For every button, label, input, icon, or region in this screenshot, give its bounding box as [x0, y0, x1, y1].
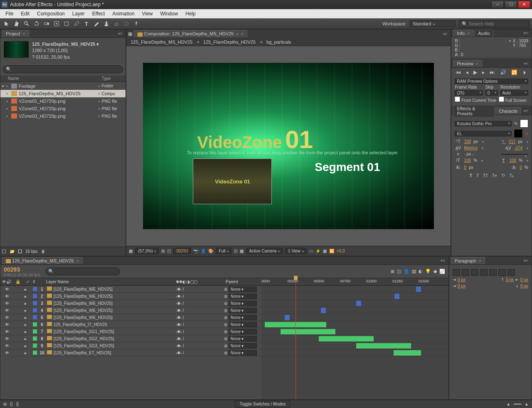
expand-transform-icon[interactable]: {} — [10, 402, 13, 406]
first-line-input[interactable]: 0 px — [458, 284, 466, 288]
panel-menu-icon[interactable]: ▾≡ — [522, 31, 530, 35]
menu-file[interactable]: File — [2, 11, 17, 17]
layer-bar[interactable] — [319, 336, 374, 341]
mask-icon[interactable]: ◫ — [167, 249, 171, 253]
workspace-select[interactable]: Standard — [410, 20, 456, 27]
leading-input[interactable]: 217 — [509, 139, 516, 144]
layer-row[interactable]: 👁▸8[125_FlareDepths_SG2_HDV25]-✱-/⊚ None… — [0, 335, 261, 342]
indent-right-input[interactable]: 0 px — [520, 277, 528, 282]
skip-select[interactable]: 0 — [485, 90, 498, 96]
justify-last-center-button[interactable] — [489, 269, 497, 276]
close-button[interactable]: ✕ — [518, 1, 530, 8]
view-select[interactable]: 1 View — [285, 248, 307, 254]
color-mgmt-icon[interactable]: 🎨 — [208, 249, 213, 253]
expand-masks-icon[interactable]: {} — [16, 402, 19, 406]
stroke-width-input[interactable]: - px - — [464, 152, 473, 156]
grid-icon[interactable]: ⊞ — [161, 249, 165, 253]
panel-menu-icon[interactable]: ▾≡ — [441, 32, 449, 36]
resolution-select[interactable]: Full — [216, 248, 232, 254]
inset-thumbnail[interactable]: VideoZone 01 — [193, 158, 272, 204]
justify-all-button[interactable] — [507, 269, 515, 276]
new-folder-icon[interactable]: 📁 — [10, 249, 15, 254]
preview-tab[interactable]: Preview× — [453, 60, 482, 67]
new-comp-icon[interactable]: 🞏 — [18, 249, 22, 254]
tracking-input[interactable]: -374 — [514, 146, 522, 150]
subscript-button[interactable]: T₁ — [510, 173, 514, 178]
anchor-tool-icon[interactable] — [52, 20, 61, 28]
layer-track[interactable] — [261, 293, 448, 300]
panel-menu-icon[interactable]: ▾≡ — [522, 109, 530, 113]
layer-row[interactable]: 👁▸1[125_FlareDepths_WE_HDV25]-✱-/⊚ None … — [0, 286, 261, 293]
project-item[interactable]: ▫VZone01_HD720p.png▫PNG file — [0, 97, 126, 105]
draft3d-icon[interactable]: ◫ — [397, 269, 401, 274]
layer-row[interactable]: 👁▸7[125_FlareDepths_SG1_HDV25]-✱-/⊚ None… — [0, 328, 261, 335]
layer-row[interactable]: 👁▸10[125_FlareDepths_ET_HDV25]-✱-/⊚ None… — [0, 349, 261, 356]
align-left-button[interactable] — [453, 269, 460, 276]
full-screen-checkbox[interactable]: Full Screen — [499, 96, 526, 103]
panel-menu-icon[interactable]: ▾≡ — [116, 31, 124, 36]
stamp-tool-icon[interactable] — [102, 20, 111, 28]
menu-edit[interactable]: Edit — [17, 11, 33, 17]
hide-shy-icon[interactable]: 👤 — [404, 269, 409, 274]
always-preview-icon[interactable]: ▦ — [129, 249, 133, 253]
info-tab[interactable]: Info× — [453, 30, 473, 37]
character-tab[interactable]: Characte — [495, 107, 522, 114]
resolution-select[interactable]: Auto — [500, 90, 528, 96]
align-center-button[interactable] — [462, 269, 469, 276]
menu-composition[interactable]: Composition — [33, 11, 69, 17]
timeline-icon[interactable]: ▦ — [323, 249, 327, 253]
last-frame-icon[interactable]: ⏭ — [490, 69, 495, 75]
comp-mini-flowchart-icon[interactable]: ⊞ — [391, 269, 394, 274]
motion-blur-icon[interactable]: ◐ — [419, 269, 423, 274]
layer-bar[interactable] — [394, 350, 421, 356]
layer-view-icon[interactable]: ▦ — [128, 31, 132, 37]
current-frame[interactable]: 00293 — [173, 248, 191, 254]
interpret-footage-icon[interactable]: 🞎 — [2, 249, 6, 254]
project-item[interactable]: ▫125_FlareDepths_MS_HDV25▫Compo — [0, 90, 126, 97]
play-icon[interactable]: ▶ — [473, 69, 477, 75]
justify-last-left-button[interactable] — [480, 269, 488, 276]
layer-bar[interactable] — [356, 343, 411, 349]
layer-track[interactable] — [261, 314, 448, 321]
project-item[interactable]: ▸▫Footage▫Folder — [0, 82, 126, 90]
font-style-select[interactable]: EL — [455, 131, 512, 136]
rotate-tool-icon[interactable] — [32, 20, 41, 28]
show-channel-icon[interactable]: 👤 — [201, 249, 206, 253]
project-item[interactable]: ▫VZone03_HD720p.png▫PNG file — [0, 112, 126, 120]
ram-preview-icon[interactable]: ⏵ — [522, 69, 527, 75]
layer-track[interactable] — [261, 335, 448, 342]
eraser-tool-icon[interactable] — [112, 20, 121, 28]
font-size-input[interactable]: 100 — [464, 139, 471, 144]
frame-blend-icon[interactable]: ▧ — [412, 269, 416, 274]
transparency-icon[interactable]: ▦ — [240, 249, 244, 253]
puppet-tool-icon[interactable] — [132, 20, 140, 28]
panel-menu-icon[interactable]: ▾≡ — [522, 258, 530, 263]
text-tool-icon[interactable]: T — [82, 20, 91, 28]
allcaps-button[interactable]: TT — [483, 173, 488, 178]
panel-menu-icon[interactable]: ▾≡ — [439, 258, 447, 263]
prev-frame-icon[interactable]: ◂ — [466, 69, 468, 75]
layer-bar[interactable] — [394, 294, 399, 299]
roi-icon[interactable]: ⊡ — [234, 249, 237, 253]
comp-flowchart-icon[interactable]: 🔀 — [329, 249, 334, 253]
current-time[interactable]: 00293 — [4, 266, 40, 273]
zoom-select[interactable]: (57,3%) — [135, 248, 159, 254]
layer-track[interactable] — [261, 328, 448, 335]
ram-options-select[interactable]: RAM Preview Options — [455, 79, 528, 84]
hscale-input[interactable]: 100 — [509, 158, 516, 163]
trash-icon[interactable]: 🗑 — [41, 249, 45, 254]
zoom-tool-icon[interactable] — [22, 20, 31, 28]
selection-tool-icon[interactable] — [2, 20, 11, 28]
layer-row[interactable]: 👁▸9[125_FlareDepths_SG3_HDV25]-✱-/⊚ None… — [0, 342, 261, 349]
menu-window[interactable]: Window — [156, 11, 182, 17]
italic-button[interactable]: T — [476, 173, 479, 178]
bold-button[interactable]: T — [470, 173, 472, 178]
stroke-style-select[interactable] — [501, 154, 528, 155]
layer-row[interactable]: 👁▸3[125_FlareDepths_WE_HDV25]-✱-/⊚ None … — [0, 300, 261, 307]
composition-tab[interactable]: Composition: 125_FlareDepths_MS_HDV25 × — [134, 30, 247, 37]
layer-row[interactable]: 👁▸2[125_FlareDepths_WE_HDV25]-✱-/⊚ None … — [0, 293, 261, 300]
layer-track[interactable] — [261, 342, 448, 349]
audio-tab[interactable]: Audio — [474, 30, 493, 37]
justify-last-right-button[interactable] — [498, 269, 506, 276]
exposure-value[interactable]: +0,0 — [337, 249, 345, 253]
